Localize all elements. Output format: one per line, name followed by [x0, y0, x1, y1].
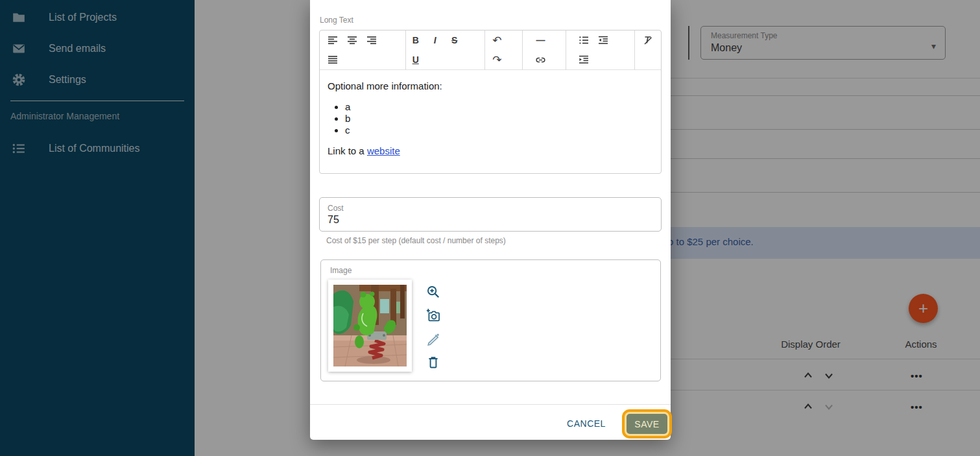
list-item: b [345, 113, 653, 125]
cost-value: 75 [328, 214, 339, 226]
editor-list: a b c [328, 101, 653, 136]
image-thumbnail[interactable] [328, 280, 412, 372]
image-label: Image [330, 266, 352, 275]
app-root: List of Projects Send emails Settings Ad… [0, 0, 980, 456]
indent-decrease-button[interactable] [593, 31, 613, 49]
rich-text-content[interactable]: Optional more information: a b c Link to… [320, 71, 661, 174]
long-text-label: Long Text [320, 16, 353, 25]
indent-increase-button[interactable] [574, 51, 593, 69]
strikethrough-button[interactable]: S [445, 31, 464, 49]
list-item: c [345, 125, 653, 136]
rich-text-toolbar: B I S U ↶ ↷ — [320, 30, 661, 70]
align-right-button[interactable] [362, 31, 381, 49]
delete-image-button[interactable] [425, 354, 442, 370]
editor-paragraph: Optional more information: [328, 80, 653, 93]
align-left-button[interactable] [323, 31, 342, 49]
bold-button[interactable]: B [406, 31, 425, 49]
link-prefix-text: Link to a [328, 145, 367, 156]
italic-button[interactable]: I [425, 31, 445, 49]
list-item: a [345, 101, 653, 113]
cost-label: Cost [328, 204, 344, 213]
align-center-button[interactable] [342, 31, 362, 49]
cost-helper-text: Cost of $15 per step (default cost / num… [326, 236, 506, 245]
horizontal-rule-button[interactable]: — [531, 31, 550, 49]
website-link[interactable]: website [367, 145, 400, 156]
editor-link-line: Link to a website [328, 145, 653, 158]
save-button[interactable]: SAVE [627, 414, 667, 434]
rich-text-editor[interactable]: B I S U ↶ ↷ — [319, 30, 662, 174]
redo-button[interactable]: ↷ [487, 51, 507, 69]
bulleted-list-button[interactable] [574, 31, 593, 49]
insert-link-button[interactable] [531, 51, 550, 69]
cost-field[interactable]: Cost 75 [319, 197, 662, 232]
underline-button[interactable]: U [406, 51, 425, 69]
edit-image-button[interactable] [425, 330, 442, 347]
zoom-in-button[interactable] [425, 283, 442, 300]
replace-photo-button[interactable] [425, 307, 442, 324]
edit-choice-dialog: Long Text [310, 0, 671, 440]
playground-photo [333, 285, 407, 366]
align-justify-button[interactable] [323, 51, 342, 69]
dialog-actions-divider [310, 404, 671, 405]
cancel-button[interactable]: CANCEL [563, 414, 610, 433]
image-field: Image [320, 259, 661, 381]
undo-button[interactable]: ↶ [487, 31, 507, 49]
clear-formatting-button[interactable] [638, 31, 658, 49]
